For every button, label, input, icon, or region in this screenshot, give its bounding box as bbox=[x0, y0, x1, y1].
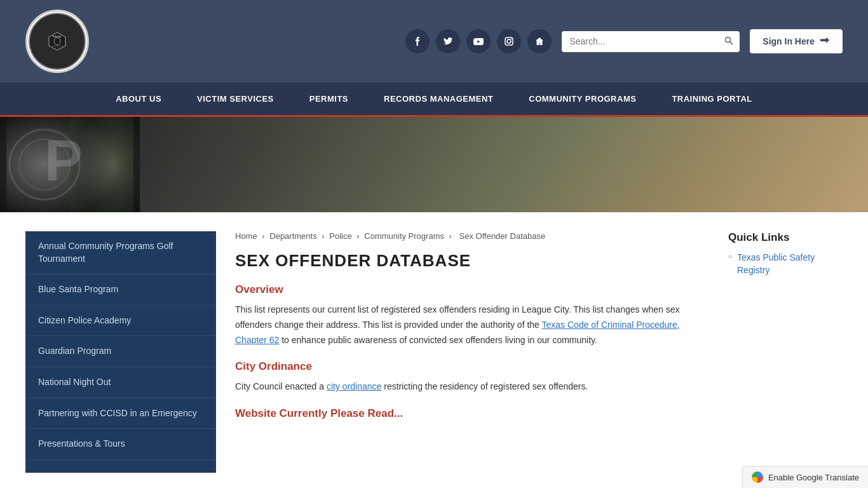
ordinance-text-1: City Council enacted a bbox=[235, 381, 324, 391]
sidebar-item-citizen-police-academy[interactable]: Citizen Police Academy bbox=[25, 306, 216, 337]
page-title: SEX OFFENDER DATABASE bbox=[235, 251, 696, 271]
svg-text:LEAGUE CITY: LEAGUE CITY bbox=[51, 45, 63, 46]
svg-line-9 bbox=[730, 41, 733, 44]
svg-point-7 bbox=[511, 39, 512, 40]
home-icon[interactable] bbox=[527, 29, 552, 53]
signin-label: Sign In Here bbox=[763, 36, 815, 46]
svg-point-8 bbox=[726, 37, 731, 42]
search-bar bbox=[562, 31, 740, 52]
breadcrumb-home[interactable]: Home bbox=[235, 231, 257, 241]
breadcrumb-sep1: › bbox=[262, 231, 267, 241]
logo-circle: POLICE LEAGUE CITY EST. 1854 bbox=[25, 10, 89, 73]
breadcrumb-departments[interactable]: Departments bbox=[269, 231, 316, 241]
quick-links-title: Quick Links bbox=[728, 231, 843, 244]
main-nav: ABOUT US VICTIM SERVICES PERMITS RECORDS… bbox=[0, 83, 868, 115]
youtube-icon[interactable] bbox=[466, 29, 491, 53]
search-input[interactable] bbox=[562, 31, 718, 51]
hero-overlay: P bbox=[0, 117, 868, 212]
svg-text:EST. 1854: EST. 1854 bbox=[53, 47, 62, 48]
website-heading: Website Currently Please Read... bbox=[235, 407, 696, 420]
sidebar: Annual Community Programs Golf Tournamen… bbox=[25, 231, 216, 473]
header-right: Sign In Here ⮕ bbox=[405, 29, 843, 53]
breadcrumb-sep3: › bbox=[356, 231, 362, 241]
overview-heading: Overview bbox=[235, 283, 696, 296]
overview-text: This list represents our current list of… bbox=[235, 302, 696, 348]
google-g-icon bbox=[752, 471, 763, 483]
sidebar-item-partnering-ccisd[interactable]: Partnering with CCISD in an Emergency bbox=[25, 398, 216, 430]
logo-svg: POLICE LEAGUE CITY EST. 1854 bbox=[48, 32, 67, 51]
site-header: POLICE LEAGUE CITY EST. 1854 bbox=[0, 0, 868, 83]
sidebar-item-blue-santa[interactable]: Blue Santa Program bbox=[25, 274, 216, 306]
ordinance-text-2: restricting the residency of registered … bbox=[384, 381, 588, 391]
quick-links-list: Texas Public Safety Registry bbox=[728, 252, 843, 276]
svg-rect-5 bbox=[505, 37, 513, 45]
overview-text-2: to enhance public awareness of convicted… bbox=[281, 335, 597, 345]
svg-point-6 bbox=[507, 39, 511, 43]
translate-bar[interactable]: Enable Google Translate bbox=[742, 466, 868, 485]
hero-banner: P bbox=[0, 117, 868, 212]
sidebar-item-presentations-tours[interactable]: Presentations & Tours bbox=[25, 429, 216, 460]
texas-public-safety-link[interactable]: Texas Public Safety Registry bbox=[737, 252, 815, 275]
breadcrumb-police[interactable]: Police bbox=[329, 231, 351, 241]
breadcrumb-sep4: › bbox=[449, 231, 454, 241]
facebook-icon[interactable] bbox=[405, 29, 430, 53]
sidebar-item-golf-tournament[interactable]: Annual Community Programs Golf Tournamen… bbox=[25, 231, 216, 274]
signin-button[interactable]: Sign In Here ⮕ bbox=[750, 29, 843, 53]
translate-label: Enable Google Translate bbox=[768, 473, 859, 482]
sidebar-item-guardian-program[interactable]: Guardian Program bbox=[25, 336, 216, 367]
logo-inner: POLICE LEAGUE CITY EST. 1854 bbox=[29, 13, 86, 70]
nav-item-permits[interactable]: PERMITS bbox=[292, 83, 366, 115]
quick-links-item: Texas Public Safety Registry bbox=[728, 252, 843, 276]
nav-item-records-management[interactable]: RECORDS MANAGEMENT bbox=[366, 83, 511, 115]
svg-text:POLICE: POLICE bbox=[53, 36, 62, 38]
instagram-icon[interactable] bbox=[497, 29, 521, 53]
twitter-icon[interactable] bbox=[436, 29, 460, 53]
breadcrumb-current: Sex Offender Database bbox=[459, 231, 546, 241]
nav-item-community-programs[interactable]: COMMUNITY PROGRAMS bbox=[511, 83, 654, 115]
ordinance-heading: City Ordinance bbox=[235, 360, 696, 373]
logo-area: POLICE LEAGUE CITY EST. 1854 bbox=[25, 10, 89, 73]
sidebar-item-national-night-out[interactable]: National Night Out bbox=[25, 367, 216, 398]
breadcrumb: Home › Departments › Police › Community … bbox=[235, 231, 696, 241]
nav-item-about-us[interactable]: ABOUT US bbox=[98, 83, 179, 115]
search-button[interactable] bbox=[718, 31, 740, 52]
ordinance-text: City Council enacted a city ordinance re… bbox=[235, 379, 696, 395]
signin-arrow-icon: ⮕ bbox=[820, 36, 830, 47]
nav-item-training-portal[interactable]: TRAINING PORTAL bbox=[654, 83, 770, 115]
city-ordinance-link[interactable]: city ordinance bbox=[327, 381, 381, 391]
main-container: Annual Community Programs Golf Tournamen… bbox=[0, 212, 868, 485]
breadcrumb-community-programs[interactable]: Community Programs bbox=[364, 231, 444, 241]
hero-badge-image: P bbox=[0, 117, 140, 212]
nav-item-victim-services[interactable]: VICTIM SERVICES bbox=[179, 83, 292, 115]
right-panel: Quick Links Texas Public Safety Registry bbox=[715, 225, 843, 473]
breadcrumb-sep2: › bbox=[322, 231, 327, 241]
content-area: Home › Departments › Police › Community … bbox=[216, 225, 715, 473]
social-icons bbox=[405, 29, 552, 53]
svg-text:P: P bbox=[44, 129, 83, 193]
